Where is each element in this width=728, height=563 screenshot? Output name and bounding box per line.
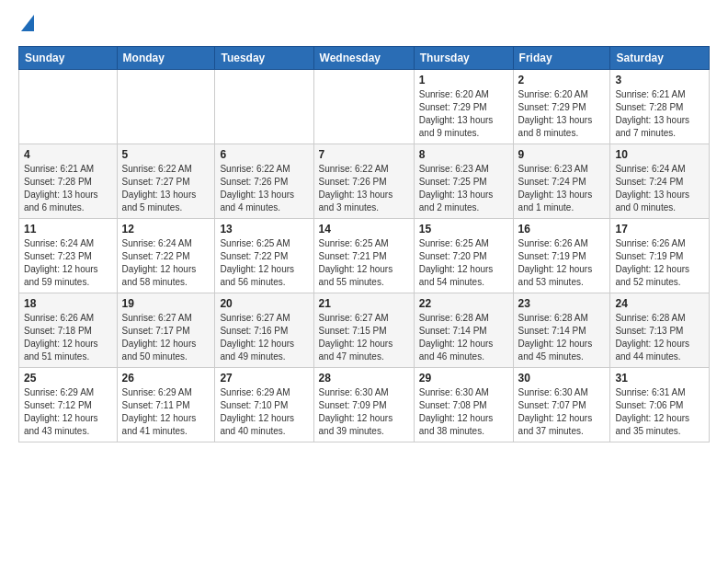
day-number: 8: [419, 148, 508, 161]
day-info-line: and 39 minutes.: [319, 426, 384, 436]
day-info-line: Sunrise: 6:25 AM: [419, 238, 489, 248]
day-info-line: Sunset: 7:28 PM: [24, 177, 92, 187]
day-info-line: and 8 minutes.: [518, 128, 579, 138]
day-cell: 12Sunrise: 6:24 AMSunset: 7:22 PMDayligh…: [117, 219, 215, 293]
day-number: 24: [615, 297, 704, 310]
day-info-line: Sunrise: 6:30 AM: [518, 387, 588, 397]
day-info-line: and 58 minutes.: [122, 277, 188, 287]
day-cell: 25Sunrise: 6:29 AMSunset: 7:12 PMDayligh…: [19, 368, 118, 442]
day-info: Sunrise: 6:29 AMSunset: 7:12 PMDaylight:…: [24, 386, 112, 438]
day-info-line: Sunrise: 6:23 AM: [518, 164, 588, 174]
day-info-line: and 7 minutes.: [615, 128, 676, 138]
day-cell: [215, 70, 313, 144]
day-cell: 27Sunrise: 6:29 AMSunset: 7:10 PMDayligh…: [215, 368, 313, 442]
day-cell: 30Sunrise: 6:30 AMSunset: 7:07 PMDayligh…: [513, 368, 610, 442]
svg-marker-0: [21, 15, 34, 31]
day-info-line: and 41 minutes.: [122, 426, 188, 436]
day-number: 11: [24, 223, 112, 236]
day-info-line: Daylight: 12 hours: [122, 264, 197, 274]
day-info-line: Sunset: 7:25 PM: [419, 177, 487, 187]
week-row-1: 1Sunrise: 6:20 AMSunset: 7:29 PMDaylight…: [19, 70, 710, 144]
day-info: Sunrise: 6:26 AMSunset: 7:18 PMDaylight:…: [24, 312, 112, 363]
day-info-line: and 51 minutes.: [24, 351, 89, 362]
day-info-line: and 50 minutes.: [122, 351, 188, 362]
day-info-line: and 54 minutes.: [419, 277, 484, 287]
day-info-line: Daylight: 12 hours: [319, 339, 393, 349]
day-info-line: Sunrise: 6:30 AM: [419, 387, 489, 397]
day-info-line: Daylight: 13 hours: [615, 115, 689, 125]
day-info-line: Daylight: 12 hours: [518, 413, 593, 423]
day-info-line: and 43 minutes.: [24, 426, 89, 436]
week-row-4: 18Sunrise: 6:26 AMSunset: 7:18 PMDayligh…: [19, 293, 710, 368]
day-info: Sunrise: 6:27 AMSunset: 7:16 PMDaylight:…: [220, 312, 308, 363]
day-info-line: Sunrise: 6:22 AM: [220, 164, 290, 174]
day-info-line: Daylight: 12 hours: [220, 339, 294, 349]
day-info-line: Daylight: 12 hours: [419, 339, 494, 349]
day-info: Sunrise: 6:22 AMSunset: 7:26 PMDaylight:…: [220, 163, 308, 214]
day-info-line: and 35 minutes.: [615, 426, 680, 436]
day-info-line: and 44 minutes.: [615, 351, 680, 362]
day-cell: 2Sunrise: 6:20 AMSunset: 7:29 PMDaylight…: [513, 70, 610, 144]
day-number: 13: [220, 223, 308, 236]
day-info-line: and 46 minutes.: [419, 351, 484, 362]
day-info-line: and 59 minutes.: [24, 277, 89, 287]
day-info: Sunrise: 6:26 AMSunset: 7:19 PMDaylight:…: [518, 237, 606, 289]
day-info-line: Sunset: 7:27 PM: [122, 177, 190, 187]
day-info-line: Sunset: 7:26 PM: [220, 177, 288, 187]
day-info: Sunrise: 6:25 AMSunset: 7:20 PMDaylight:…: [419, 237, 508, 289]
day-number: 7: [319, 148, 409, 161]
day-number: 10: [615, 148, 704, 161]
day-info-line: Daylight: 13 hours: [220, 190, 294, 200]
day-info-line: Sunrise: 6:30 AM: [319, 387, 389, 397]
day-info-line: Sunrise: 6:24 AM: [122, 238, 192, 248]
day-cell: 18Sunrise: 6:26 AMSunset: 7:18 PMDayligh…: [19, 293, 118, 368]
day-number: 14: [319, 223, 409, 236]
day-info-line: Sunset: 7:14 PM: [419, 326, 487, 336]
calendar-table: Sunday Monday Tuesday Wednesday Thursday…: [18, 46, 710, 442]
day-number: 25: [24, 372, 112, 385]
day-info-line: and 5 minutes.: [122, 202, 183, 213]
day-info: Sunrise: 6:24 AMSunset: 7:22 PMDaylight:…: [122, 237, 210, 289]
day-info: Sunrise: 6:28 AMSunset: 7:14 PMDaylight:…: [419, 312, 508, 363]
page: Sunday Monday Tuesday Wednesday Thursday…: [0, 0, 728, 452]
day-cell: 13Sunrise: 6:25 AMSunset: 7:22 PMDayligh…: [215, 219, 313, 293]
week-row-5: 25Sunrise: 6:29 AMSunset: 7:12 PMDayligh…: [19, 368, 710, 442]
day-cell: 7Sunrise: 6:22 AMSunset: 7:26 PMDaylight…: [313, 144, 414, 219]
day-info-line: Daylight: 12 hours: [615, 264, 689, 274]
day-info-line: Sunset: 7:13 PM: [615, 326, 683, 336]
day-info-line: and 9 minutes.: [419, 128, 480, 138]
header-saturday: Saturday: [610, 47, 710, 70]
day-info: Sunrise: 6:24 AMSunset: 7:23 PMDaylight:…: [24, 237, 112, 289]
day-info: Sunrise: 6:22 AMSunset: 7:26 PMDaylight:…: [319, 163, 409, 214]
day-info-line: Sunset: 7:26 PM: [319, 177, 387, 187]
day-number: 29: [419, 372, 508, 385]
day-cell: [313, 70, 414, 144]
day-info-line: Daylight: 13 hours: [615, 190, 689, 200]
day-info: Sunrise: 6:31 AMSunset: 7:06 PMDaylight:…: [615, 386, 704, 438]
day-number: 6: [220, 148, 308, 161]
day-info-line: Sunrise: 6:28 AM: [518, 313, 588, 323]
day-info: Sunrise: 6:30 AMSunset: 7:09 PMDaylight:…: [319, 386, 409, 438]
day-info-line: and 49 minutes.: [220, 351, 285, 362]
day-info: Sunrise: 6:26 AMSunset: 7:19 PMDaylight:…: [615, 237, 704, 289]
day-info-line: Daylight: 12 hours: [122, 413, 197, 423]
day-info: Sunrise: 6:22 AMSunset: 7:27 PMDaylight:…: [122, 163, 210, 214]
header-wednesday: Wednesday: [313, 47, 414, 70]
day-info-line: and 45 minutes.: [518, 351, 584, 362]
day-info: Sunrise: 6:25 AMSunset: 7:22 PMDaylight:…: [220, 237, 308, 289]
day-cell: 16Sunrise: 6:26 AMSunset: 7:19 PMDayligh…: [513, 219, 610, 293]
day-info-line: and 40 minutes.: [220, 426, 285, 436]
day-info: Sunrise: 6:20 AMSunset: 7:29 PMDaylight:…: [419, 88, 508, 140]
day-info-line: Daylight: 13 hours: [122, 190, 197, 200]
day-info-line: Daylight: 12 hours: [419, 413, 494, 423]
header: [18, 15, 710, 37]
day-number: 1: [419, 74, 508, 86]
day-number: 30: [518, 372, 606, 385]
day-info: Sunrise: 6:20 AMSunset: 7:29 PMDaylight:…: [518, 88, 606, 140]
day-info-line: Daylight: 12 hours: [419, 264, 494, 274]
day-cell: 26Sunrise: 6:29 AMSunset: 7:11 PMDayligh…: [117, 368, 215, 442]
day-info-line: Sunrise: 6:23 AM: [419, 164, 489, 174]
day-number: 20: [220, 297, 308, 310]
day-cell: [117, 70, 215, 144]
day-info: Sunrise: 6:29 AMSunset: 7:11 PMDaylight:…: [122, 386, 210, 438]
